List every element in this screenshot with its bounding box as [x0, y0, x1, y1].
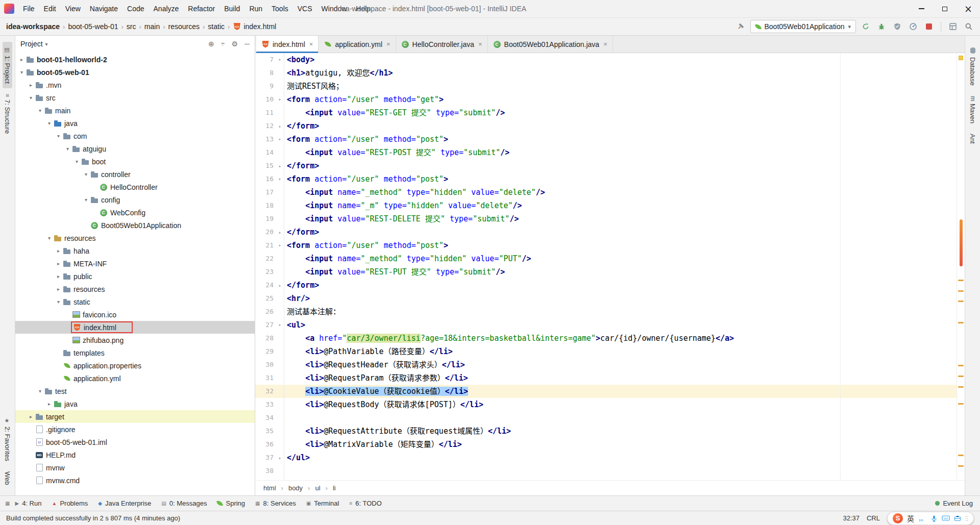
toolwindow-button-8-services[interactable]: ▦8: Services [250, 496, 301, 511]
breadcrumb-item-main[interactable]: main [143, 22, 161, 31]
menu-item-tools[interactable]: Tools [267, 0, 293, 17]
tree-collapsed-arrow[interactable]: ▸ [54, 248, 63, 254]
tab-hellocontroller-java[interactable]: HelloController.java× [396, 36, 488, 53]
warning-mark[interactable] [958, 455, 964, 456]
tree-expanded-arrow[interactable]: ▾ [82, 197, 90, 203]
search-icon[interactable] [963, 20, 975, 33]
warning-mark[interactable] [958, 403, 964, 405]
tree-row[interactable]: index.html [15, 321, 255, 334]
hide-panel-icon[interactable]: ─ [244, 40, 250, 48]
menu-item-window[interactable]: Window [317, 0, 352, 17]
tree-row[interactable]: application.properties [15, 359, 255, 372]
menu-item-analyze[interactable]: Analyze [149, 0, 184, 17]
editor-breadcrumb-body[interactable]: body [287, 484, 304, 492]
editor-breadcrumb-ul[interactable]: ul [314, 484, 321, 492]
tree-row[interactable]: application.yml [15, 372, 255, 385]
tree-row[interactable]: ▾boot [15, 155, 255, 168]
code-line[interactable]: 32 <li>@CookieValue（获取cookie值）</li> [255, 385, 957, 398]
toolwindow-button-6-todo[interactable]: ≡6: TODO [344, 496, 386, 511]
breadcrumb-item-index-html[interactable]: index.html [232, 22, 277, 31]
tree-row[interactable]: ▸java [15, 397, 255, 410]
line-number[interactable]: 21 [255, 239, 276, 252]
warning-mark[interactable] [958, 386, 964, 388]
line-number[interactable]: 32 [255, 385, 276, 398]
line-number[interactable]: 19 [255, 212, 276, 226]
code-line[interactable]: 16▾<form action="/user" method="post"> [255, 172, 957, 186]
tree-row[interactable]: mvnw.cmd [15, 474, 255, 487]
menu-item-file[interactable]: File [18, 0, 39, 17]
inspection-indicator[interactable] [959, 56, 963, 60]
code-line[interactable]: 22 <input name="_method" type="hidden" v… [255, 252, 957, 265]
layout-icon[interactable] [947, 20, 959, 33]
menu-item-run[interactable]: Run [244, 0, 267, 17]
tool-window-button-2-favorites[interactable]: ★2: Favorites [3, 413, 12, 466]
code-line[interactable]: 19 <input value="REST-DELETE 提交" type="s… [255, 212, 957, 226]
close-icon[interactable]: × [309, 40, 313, 48]
tree-collapsed-arrow[interactable]: ▸ [27, 82, 35, 88]
tree-row[interactable]: ▸.mvn [15, 79, 255, 91]
tree-row[interactable]: ▾test [15, 385, 255, 397]
warning-mark[interactable] [958, 301, 964, 302]
code-line[interactable]: 10▾<form action="/user" method="get"> [255, 93, 957, 106]
line-number[interactable]: 7 [255, 53, 276, 66]
breadcrumb-item-resources[interactable]: resources [167, 22, 201, 31]
tab-index-html[interactable]: index.html× [256, 36, 318, 53]
tree-row[interactable]: .gitignore [15, 423, 255, 436]
breadcrumb-item-boot-05-web-01[interactable]: boot-05-web-01 [67, 22, 119, 31]
fold-end-icon[interactable]: ▴ [276, 226, 284, 239]
line-number[interactable]: 33 [255, 398, 276, 411]
code-line[interactable]: 28 <a href="car/3/owner/lisi?age=18&inte… [255, 332, 957, 345]
line-number[interactable]: 34 [255, 411, 276, 424]
code-line[interactable]: 35 <li>@RequestAttribute（获取request域属性）</… [255, 424, 957, 438]
tree-expanded-arrow[interactable]: ▾ [63, 146, 72, 152]
line-number[interactable]: 20 [255, 226, 276, 239]
menu-item-edit[interactable]: Edit [39, 0, 61, 17]
tree-collapsed-arrow[interactable]: ▸ [45, 401, 54, 407]
rerun-icon[interactable] [860, 20, 872, 33]
tab-boot05web01application-java[interactable]: Boot05Web01Application.java× [488, 36, 613, 53]
code-line[interactable]: 23 <input value="REST-PUT 提交" type="subm… [255, 265, 957, 279]
line-number[interactable]: 9 [255, 80, 276, 93]
line-number[interactable]: 30 [255, 358, 276, 371]
hammer-icon[interactable] [734, 20, 747, 33]
code-line[interactable]: 31 <li>@RequestParam（获取请求参数）</li> [255, 371, 957, 385]
line-number[interactable]: 24 [255, 279, 276, 292]
ime-punctuation-indicator[interactable]: ，。 [918, 514, 926, 522]
tree-expanded-arrow[interactable]: ▾ [36, 388, 44, 394]
code-line[interactable]: 12▴</form> [255, 119, 957, 133]
editor-breadcrumb-li[interactable]: li [332, 484, 337, 492]
code-line[interactable]: 15▴</form> [255, 159, 957, 172]
code-line[interactable]: 11 <input value="REST-GET 提交" type="subm… [255, 106, 957, 119]
code-line[interactable]: 36 <li>@MatrixVariable（矩阵变量）</li> [255, 438, 957, 451]
tree-row[interactable]: ▸public [15, 270, 255, 283]
toolwindow-button-0-messages[interactable]: ▤0: Messages [156, 496, 212, 511]
drag-handle-icon[interactable] [965, 515, 968, 522]
tree-row[interactable]: ▾src [15, 91, 255, 104]
status-message[interactable]: Build completed successfully in 2 s 807 … [6, 514, 180, 522]
code-line[interactable]: 27▾<ul> [255, 318, 957, 332]
tree-row[interactable]: zhifubao.png [15, 334, 255, 346]
line-number[interactable]: 18 [255, 199, 276, 212]
tree-row[interactable]: mvnw [15, 461, 255, 474]
code-line[interactable]: 13▾<form action="/user" method="post"> [255, 133, 957, 146]
code-line[interactable]: 17 <input name="_method" type="hidden" v… [255, 186, 957, 199]
line-number[interactable]: 29 [255, 345, 276, 358]
tree-expanded-arrow[interactable]: ▾ [72, 159, 81, 164]
tool-window-button-maven[interactable]: mMaven [968, 91, 977, 129]
code-line[interactable]: 24▴</form> [255, 279, 957, 292]
line-number[interactable]: 27 [255, 318, 276, 332]
line-number[interactable]: 14 [255, 146, 276, 159]
code-line[interactable]: 38 [255, 464, 957, 478]
tab-application-yml[interactable]: application.yml× [318, 36, 396, 53]
stop-icon[interactable] [923, 20, 935, 33]
tree-row[interactable]: favicon.ico [15, 308, 255, 321]
menu-item-vcs[interactable]: VCS [293, 0, 317, 17]
close-icon[interactable]: × [478, 40, 482, 48]
tree-row[interactable]: Boot05Web01Application [15, 219, 255, 232]
fold-open-icon[interactable]: ▾ [276, 93, 284, 106]
coverage-icon[interactable] [891, 20, 903, 33]
tree-expanded-arrow[interactable]: ▾ [27, 95, 35, 101]
code-line[interactable]: 8<h1>atguigu, 欢迎您</h1> [255, 66, 957, 80]
tree-row[interactable]: ▾com [15, 130, 255, 142]
line-number[interactable]: 8 [255, 66, 276, 80]
